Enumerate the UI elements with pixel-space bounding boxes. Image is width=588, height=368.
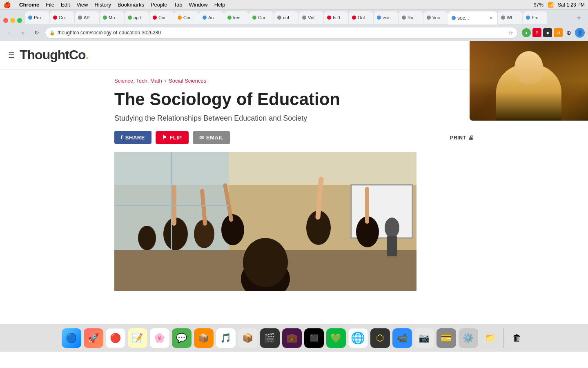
address-bar[interactable]: 🔒 thoughtco.com/sociology-of-education-3… (45, 27, 518, 38)
dock-app2[interactable]: 📦 (238, 328, 258, 348)
tab-virt[interactable]: Virt (299, 11, 323, 24)
profile-icon[interactable]: 👤 (575, 28, 585, 38)
site-logo[interactable]: ThoughtCo. (20, 47, 89, 63)
close-window-btn[interactable] (3, 18, 8, 23)
dock-launchpad[interactable]: 🚀 (84, 328, 103, 348)
dock-photos[interactable]: 🌸 (150, 328, 169, 348)
menubar-right: 97% 📶 Sat 1:23 PM (534, 2, 585, 8)
dock-chrome[interactable]: 🌐 (348, 328, 368, 348)
tab-favicon-pro (28, 16, 32, 20)
tab-cor1[interactable]: Cor (50, 11, 74, 24)
tab-is0[interactable]: Is 0 (324, 11, 348, 24)
tab-wh[interactable]: Wh (498, 11, 522, 24)
menu-tab[interactable]: Tab (174, 2, 182, 8)
minimize-window-btn[interactable] (10, 18, 15, 23)
menu-window[interactable]: Window (189, 2, 207, 8)
tab-apt[interactable]: ap t (125, 11, 149, 24)
dock-app5[interactable]: ⚙️ (459, 328, 478, 348)
extension-icons: ● P ■ 13 ⊕ 👤 (522, 28, 585, 38)
dock-zoom[interactable]: 📹 (392, 328, 412, 348)
mac-dock: 🔵 🚀 🔴 📝 🌸 💬 📦 🎵 📦 🎬 💼 ⬛ 💚 🌐 ⬡ 📹 📷 💳 ⚙️ 📁… (0, 324, 588, 352)
dock-terminal[interactable]: ⬛ (304, 328, 324, 348)
tab-kee[interactable]: kee (224, 11, 249, 24)
tab-onl2[interactable]: Onl (349, 11, 373, 24)
back-button[interactable]: ‹ (3, 27, 15, 38)
email-icon: ✉ (199, 135, 204, 141)
tab-favicon-ru (402, 16, 406, 20)
page-content: ☰ ThoughtCo. Science, Tech, Math › Socia… (0, 41, 588, 352)
dock-notes[interactable]: 📝 (128, 328, 147, 348)
tab-voic[interactable]: voic (374, 11, 398, 24)
share-bar: f SHARE ⚑ FLIP ✉ EMAIL PRINT 🖨 (114, 131, 474, 144)
share-flip-label: FLIP (169, 135, 182, 141)
app-name[interactable]: Chrome (19, 2, 39, 8)
breadcrumb-home-link[interactable]: Science, Tech, Math (114, 78, 162, 84)
dock-separator (503, 328, 504, 348)
dock-itunes[interactable]: 🎵 (216, 328, 236, 348)
tab-favicon-apt (128, 16, 132, 20)
menu-help[interactable]: Help (214, 2, 225, 8)
tab-close-soc[interactable]: ✕ (488, 15, 494, 21)
dock-messages[interactable]: 💬 (172, 328, 192, 348)
ext-icon-5[interactable]: ⊕ (564, 28, 573, 37)
tab-ru[interactable]: Ru (399, 11, 423, 24)
tab-favicon-an (203, 16, 207, 20)
menu-history[interactable]: History (94, 2, 111, 8)
classroom-background (114, 152, 416, 291)
menu-file[interactable]: File (46, 2, 54, 8)
mac-menubar: 🍎 Chrome File Edit View History Bookmark… (0, 0, 588, 10)
forward-button[interactable]: › (17, 27, 29, 38)
menu-bookmarks[interactable]: Bookmarks (118, 2, 144, 8)
tab-an[interactable]: An (199, 11, 224, 24)
new-tab-button[interactable]: + (573, 12, 585, 24)
tab-onl[interactable]: onl (274, 11, 298, 24)
flip-icon: ⚑ (162, 135, 167, 141)
share-email-button[interactable]: ✉ EMAIL (193, 131, 230, 144)
tab-em[interactable]: Em (523, 11, 547, 24)
classroom-illustration (114, 152, 416, 291)
bookmark-icon[interactable]: ☆ (508, 30, 513, 36)
ext-icon-2[interactable]: P (532, 28, 541, 37)
dock-finder2[interactable]: 📁 (481, 328, 500, 348)
tab-favicon-voic (377, 16, 381, 20)
reload-button[interactable]: ↻ (31, 27, 42, 38)
hamburger-menu[interactable]: ☰ (8, 51, 15, 60)
tab-cor4[interactable]: Cor (249, 11, 274, 24)
dock-app4[interactable]: 💳 (437, 328, 456, 348)
share-facebook-button[interactable]: f SHARE (114, 131, 151, 144)
tab-voc[interactable]: Voc (423, 11, 448, 24)
tab-favicon-virt (302, 16, 306, 20)
tab-favicon-cor3 (178, 16, 182, 20)
menu-people[interactable]: People (151, 2, 167, 8)
article-image (114, 152, 416, 291)
share-flip-button[interactable]: ⚑ FLIP (156, 131, 189, 144)
dock-iphoto[interactable]: 📷 (414, 328, 434, 348)
ext-icon-4[interactable]: 13 (554, 28, 563, 37)
ext-icon-3[interactable]: ■ (543, 28, 552, 37)
menu-edit[interactable]: Edit (61, 2, 70, 8)
dock-app3[interactable]: ⬡ (370, 328, 390, 348)
tab-favicon-wh (501, 16, 505, 20)
dock-finder[interactable]: 🔵 (62, 328, 81, 348)
menubar-wifi: 📶 (548, 2, 554, 8)
tab-ap[interactable]: AP (75, 11, 99, 24)
tab-soc[interactable]: soc... ✕ (448, 11, 497, 25)
tab-cor2[interactable]: Cor (149, 11, 174, 24)
print-button[interactable]: PRINT 🖨 (450, 135, 474, 141)
dock-slack[interactable]: 💼 (282, 328, 302, 348)
tab-cor3[interactable]: Cor (174, 11, 199, 24)
dock-app1[interactable]: 📦 (194, 328, 214, 348)
menu-view[interactable]: View (76, 2, 88, 8)
apple-menu[interactable]: 🍎 (3, 1, 11, 9)
dock-finalcut[interactable]: 🎬 (260, 328, 280, 348)
dock-wechat[interactable]: 💚 (326, 328, 346, 348)
dock-opera[interactable]: 🔴 (106, 328, 125, 348)
ext-icon-1[interactable]: ● (522, 28, 531, 37)
svg-rect-12 (365, 187, 369, 224)
tab-mo[interactable]: Mo (100, 11, 124, 24)
dock-trash[interactable]: 🗑 (507, 328, 527, 348)
tab-pro[interactable]: Pro (25, 11, 49, 24)
browser-chrome: Pro Cor AP Mo ap t Cor (0, 10, 588, 41)
breadcrumb-section-link[interactable]: Social Sciences (169, 78, 206, 84)
maximize-window-btn[interactable] (17, 18, 22, 23)
